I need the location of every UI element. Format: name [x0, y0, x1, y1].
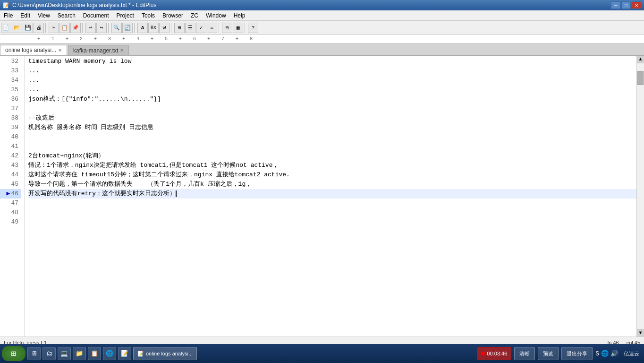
- line-number-37: 37: [0, 104, 21, 113]
- line-number-39: 39: [0, 123, 21, 132]
- code-line-38: --改造后: [28, 113, 636, 123]
- copy-button[interactable]: 📋: [59, 23, 70, 33]
- menu-tools[interactable]: Tools: [138, 10, 159, 20]
- taskbar-app-icon: 📝: [137, 351, 144, 357]
- ruler-text: ----+----1----+----2----+----3----+----4…: [26, 36, 253, 42]
- text-cursor: [176, 190, 177, 197]
- tab-kafka-close[interactable]: ✕: [120, 48, 124, 53]
- toolbar-btn-hx[interactable]: Hx: [148, 23, 159, 33]
- menu-edit[interactable]: Edit: [17, 10, 34, 20]
- menu-view[interactable]: View: [34, 10, 54, 20]
- new-file-button[interactable]: 📄: [1, 23, 11, 33]
- code-line-35: ...: [28, 85, 636, 95]
- code-line-49: [28, 217, 636, 227]
- line-number-34: 34: [0, 76, 21, 85]
- ruler: ----+----1----+----2----+----3----+----4…: [0, 35, 644, 43]
- tab-logs-close[interactable]: ✕: [58, 48, 62, 53]
- record-button[interactable]: 00:03:46: [477, 347, 511, 360]
- sys-icon-vol: 🔊: [610, 350, 618, 357]
- toolbar-btn-indent[interactable]: ⊞: [174, 23, 185, 33]
- code-line-36: json格式：[{"info":"......\n......"}]: [28, 95, 636, 104]
- toolbar-btn-grid[interactable]: ⊟: [222, 23, 232, 33]
- code-line-41: [28, 142, 636, 151]
- save-button[interactable]: 💾: [23, 23, 33, 33]
- print-button[interactable]: 🖨: [34, 23, 44, 33]
- taskbar-btn-3[interactable]: 💻: [58, 347, 71, 360]
- vertical-scrollbar[interactable]: ▲ ▼: [636, 56, 644, 337]
- start-button[interactable]: ⊞: [2, 346, 25, 361]
- clarity-button[interactable]: 清晰: [514, 347, 535, 360]
- sep1: [45, 23, 47, 33]
- code-line-43: 情况：1个请求，nginx决定把请求发给 tomcat1,但是tomcat1 这…: [28, 161, 636, 170]
- code-line-46: 开发写的代码没有retry；这个就要实时来日志分析）: [28, 189, 636, 199]
- sep3: [108, 23, 110, 33]
- maximize-button[interactable]: □: [621, 1, 631, 9]
- toolbar-btn-cols[interactable]: ▦: [233, 23, 243, 33]
- menu-search[interactable]: Search: [54, 10, 79, 20]
- taskbar-right: 00:03:46 清晰 预览 退出分享 S 🌐 🔊 亿速云: [477, 347, 642, 360]
- sep6: [219, 23, 220, 33]
- taskbar-open-app[interactable]: 📝 online logs analysi...: [133, 347, 197, 360]
- menu-help[interactable]: Help: [230, 10, 249, 20]
- toolbar-btn-help[interactable]: ?: [248, 23, 258, 33]
- code-line-37: [28, 104, 636, 113]
- line-number-42: 42: [0, 151, 21, 161]
- exit-share-button[interactable]: 退出分享: [561, 347, 593, 360]
- sys-icons: S 🌐 🔊: [595, 350, 618, 357]
- menu-window[interactable]: Window: [202, 10, 230, 20]
- find-button[interactable]: 🔍: [111, 23, 122, 33]
- scrollbar-thumb[interactable]: [637, 71, 644, 85]
- toolbar-btn-a[interactable]: A: [137, 23, 148, 33]
- close-button[interactable]: ✕: [632, 1, 641, 9]
- code-line-42: 2台tomcat+nginx(轮询）: [28, 151, 636, 161]
- line-number-43: 43: [0, 161, 21, 170]
- line-number-36: 36: [0, 95, 21, 104]
- open-file-button[interactable]: 📂: [12, 23, 22, 33]
- line-number-48: 48: [0, 208, 21, 217]
- preview-button[interactable]: 预览: [538, 347, 559, 360]
- toolbar-btn-list[interactable]: ☰: [185, 23, 195, 33]
- line-number-49: 49: [0, 217, 21, 227]
- menu-project[interactable]: Project: [113, 10, 138, 20]
- line-number-44: 44: [0, 170, 21, 180]
- menu-zc[interactable]: ZC: [187, 10, 202, 20]
- taskbar-btn-6[interactable]: 🌐: [103, 347, 116, 360]
- code-line-40: [28, 132, 636, 142]
- tab-kafka[interactable]: kafka-manager.txt ✕: [68, 45, 129, 55]
- toolbar-btn-w[interactable]: W: [159, 23, 169, 33]
- menu-bar: File Edit View Search Document Project T…: [0, 10, 644, 21]
- taskbar-btn-7[interactable]: 📝: [118, 347, 131, 360]
- code-line-32: timestamp WARN memory is low: [28, 57, 636, 66]
- replace-button[interactable]: 🔄: [122, 23, 133, 33]
- editor-content[interactable]: timestamp WARN memory is low.........jso…: [25, 56, 636, 337]
- taskbar-btn-4[interactable]: 📁: [73, 347, 86, 360]
- line-number-32: 32: [0, 57, 21, 66]
- app-icon: 📝: [3, 2, 9, 9]
- toolbar-btn-check[interactable]: ✓: [196, 23, 206, 33]
- undo-button[interactable]: ↩: [85, 23, 96, 33]
- redo-button[interactable]: ↪: [96, 23, 107, 33]
- menu-browser[interactable]: Browser: [159, 10, 187, 20]
- line-number-46: ▶46: [0, 189, 21, 199]
- code-line-47: [28, 199, 636, 208]
- tab-bar: online logs analysi... ✕ kafka-manager.t…: [0, 43, 644, 56]
- taskbar-btn-2[interactable]: 🗂: [42, 347, 56, 360]
- taskbar-btn-5[interactable]: 📋: [88, 347, 101, 360]
- current-arrow-icon: ▶: [7, 189, 10, 199]
- paste-button[interactable]: 📌: [70, 23, 81, 33]
- sep4: [134, 23, 136, 33]
- menu-document[interactable]: Document: [79, 10, 113, 20]
- menu-file[interactable]: File: [0, 10, 17, 20]
- title-bar-left: 📝 C:\Users\pwu\Desktop\online logs analy…: [3, 2, 156, 9]
- title-bar-title: C:\Users\pwu\Desktop\online logs analysi…: [12, 2, 156, 9]
- code-line-39: 机器名称 服务名称 时间 日志级别 日志信息: [28, 123, 636, 132]
- minimize-button[interactable]: ─: [611, 1, 620, 9]
- line-number-47: 47: [0, 199, 21, 208]
- tab-logs[interactable]: online logs analysi... ✕: [0, 45, 67, 55]
- code-line-33: ...: [28, 66, 636, 76]
- toolbar-btn-pencil[interactable]: ✏: [207, 23, 217, 33]
- taskbar-btn-1[interactable]: 🖥: [27, 347, 41, 360]
- title-bar: 📝 C:\Users\pwu\Desktop\online logs analy…: [0, 0, 644, 10]
- cut-button[interactable]: ✂: [49, 23, 59, 33]
- sys-icon-s: S: [595, 350, 599, 357]
